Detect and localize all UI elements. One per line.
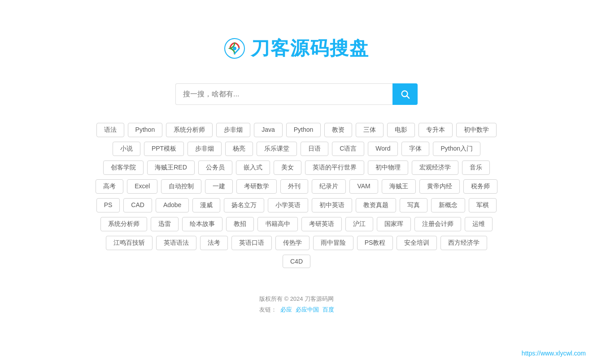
tag-item[interactable]: 杨亮: [225, 142, 253, 156]
footer-link-biying[interactable]: 必应: [280, 306, 292, 314]
tag-item[interactable]: 语法: [96, 123, 124, 137]
search-input[interactable]: [175, 83, 392, 105]
tag-item[interactable]: 初中物理: [368, 160, 408, 175]
tag-item[interactable]: 书籍高中: [257, 217, 298, 231]
tag-item[interactable]: 海贼王RED: [147, 160, 195, 175]
search-button[interactable]: [392, 83, 418, 105]
tag-item[interactable]: 日语: [301, 142, 328, 156]
tag-item[interactable]: Python入门: [433, 142, 480, 156]
tag-item[interactable]: 英语语法: [156, 236, 196, 250]
tag-item[interactable]: Adobe: [156, 198, 189, 212]
tag-item[interactable]: VAM: [349, 179, 378, 194]
tag-item[interactable]: 迅雷: [151, 217, 179, 231]
tag-item[interactable]: C4D: [283, 255, 310, 268]
tag-item[interactable]: 创客学院: [103, 160, 144, 175]
tag-item[interactable]: 步非烟: [187, 142, 222, 156]
tag-item[interactable]: 初中数学: [456, 123, 497, 137]
tag-item[interactable]: 军棋: [469, 198, 497, 212]
tag-item[interactable]: 公务员: [198, 160, 232, 175]
tag-item[interactable]: 外刊: [280, 179, 308, 194]
tag-item[interactable]: 一建: [205, 179, 233, 194]
friends-label: 友链：: [259, 306, 277, 314]
logo-icon: [224, 38, 245, 59]
tag-item[interactable]: 教资真题: [356, 198, 396, 212]
tag-item[interactable]: 绘本故事: [182, 217, 222, 231]
tag-item[interactable]: 黄帝内经: [419, 179, 460, 194]
tag-item[interactable]: 音乐: [462, 160, 490, 175]
footer-links: 友链： 必应 必应中国 百度: [259, 306, 334, 314]
tag-item[interactable]: 江鸣百技斩: [106, 236, 153, 250]
tag-item[interactable]: 教资: [324, 123, 352, 137]
svg-point-1: [233, 47, 236, 50]
bottom-url: https://www.xlycwl.com: [522, 350, 586, 357]
tag-item[interactable]: 沪江: [345, 217, 373, 231]
tag-item[interactable]: 考研数学: [236, 179, 277, 194]
tag-item[interactable]: 写真: [400, 198, 427, 212]
tag-item[interactable]: 漫威: [192, 198, 220, 212]
tag-item[interactable]: Word: [368, 142, 398, 156]
tag-item[interactable]: 教招: [226, 217, 254, 231]
tag-item[interactable]: 电影: [387, 123, 415, 137]
tag-item[interactable]: Python: [128, 123, 163, 137]
logo-section: 刀客源码搜盘: [224, 36, 369, 61]
tag-item[interactable]: 高考: [96, 179, 123, 194]
tag-item[interactable]: Excel: [127, 179, 157, 194]
tag-item[interactable]: 专升本: [419, 123, 453, 137]
tag-item[interactable]: 注册会计师: [414, 217, 461, 231]
tag-item[interactable]: 运维: [465, 217, 493, 231]
tag-item[interactable]: 纪录片: [312, 179, 346, 194]
tag-item[interactable]: 国家珲: [377, 217, 411, 231]
tag-item[interactable]: 步非烟: [216, 123, 250, 137]
tag-item[interactable]: 乐乐课堂: [257, 142, 297, 156]
search-section: [175, 83, 418, 105]
search-icon: [400, 89, 410, 99]
tags-section: 语法Python系统分析师步非烟JavaPython教资三体电影专升本初中数学小…: [95, 123, 498, 268]
tag-item[interactable]: 西方经济学: [440, 236, 487, 250]
tag-item[interactable]: 法考: [200, 236, 228, 250]
footer-link-biying-cn[interactable]: 必应中国: [296, 306, 319, 314]
tag-item[interactable]: Java: [254, 123, 283, 137]
tag-item[interactable]: 系统分析师: [166, 123, 213, 137]
tag-item[interactable]: Python: [286, 123, 321, 137]
tag-item[interactable]: 系统分析师: [100, 217, 147, 231]
logo-title: 刀客源码搜盘: [251, 36, 369, 61]
tag-item[interactable]: 英语口语: [231, 236, 272, 250]
tag-item[interactable]: 安全培训: [397, 236, 437, 250]
tag-item[interactable]: 嵌入式: [236, 160, 270, 175]
tag-item[interactable]: 扬名立万: [224, 198, 264, 212]
tag-item[interactable]: 宏观经济学: [412, 160, 458, 175]
tag-item[interactable]: 自动控制: [161, 179, 201, 194]
tag-item[interactable]: 考研英语: [301, 217, 342, 231]
tag-item[interactable]: 小说: [113, 142, 140, 156]
tag-item[interactable]: 小学英语: [268, 198, 308, 212]
tag-item[interactable]: PS教程: [357, 236, 393, 250]
tag-item[interactable]: 传热学: [275, 236, 310, 250]
tag-item[interactable]: 海贼王: [382, 179, 416, 194]
tag-item[interactable]: PS: [96, 198, 120, 212]
svg-line-3: [407, 96, 409, 98]
tag-item[interactable]: 税务师: [463, 179, 497, 194]
tag-item[interactable]: C语言: [332, 142, 364, 156]
tag-item[interactable]: 英语的平行世界: [305, 160, 364, 175]
footer: 版权所有 © 2024 刀客源码网 友链： 必应 必应中国 百度: [259, 295, 334, 323]
tag-item[interactable]: PPT模板: [144, 142, 184, 156]
footer-link-baidu[interactable]: 百度: [323, 306, 334, 314]
tag-item[interactable]: 美女: [274, 160, 301, 175]
tag-item[interactable]: CAD: [123, 198, 152, 212]
copyright: 版权所有 © 2024 刀客源码网: [259, 295, 334, 303]
page-wrapper: 刀客源码搜盘 语法Python系统分析师步非烟JavaPython教资三体电影专…: [0, 0, 593, 323]
tag-item[interactable]: 三体: [356, 123, 384, 137]
tag-item[interactable]: 字体: [401, 142, 429, 156]
tag-item[interactable]: 初中英语: [312, 198, 352, 212]
tag-item[interactable]: 雨中冒险: [313, 236, 353, 250]
tag-item[interactable]: 新概念: [431, 198, 465, 212]
